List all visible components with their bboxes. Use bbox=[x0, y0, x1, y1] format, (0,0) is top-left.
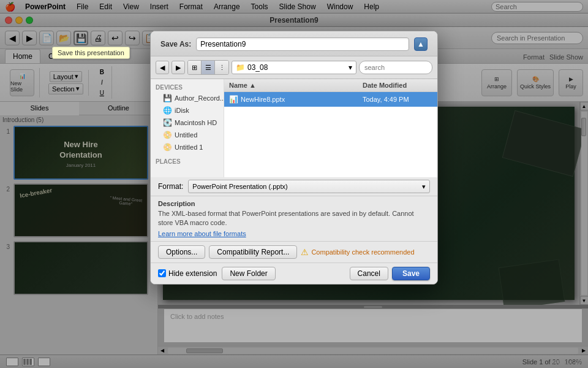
dialog-sidebar: DEVICES 💾 Author_Record... 🌐 iDisk 💽 Mac… bbox=[151, 79, 224, 177]
desc-text: The XML-based format that PowerPoint pre… bbox=[158, 209, 430, 228]
view-icon-btn[interactable]: ⊞ bbox=[188, 61, 202, 74]
sidebar-machd[interactable]: 💽 Macintosh HD bbox=[151, 117, 224, 129]
cancel-button[interactable]: Cancel bbox=[350, 267, 388, 280]
folder-text: 03_08 bbox=[247, 63, 268, 72]
untitled1-icon: 📀 bbox=[163, 143, 172, 151]
compat-warning: ⚠ Compatibility check recommended bbox=[301, 247, 414, 257]
col-date[interactable]: Date Modified bbox=[358, 80, 437, 90]
author-icon: 💾 bbox=[163, 94, 172, 102]
expand-button[interactable]: ▲ bbox=[414, 37, 428, 51]
saveas-label: Save As: bbox=[160, 40, 191, 48]
file-name: NewHire8.pptx bbox=[241, 96, 285, 103]
compat-text: Compatibility check recommended bbox=[311, 248, 414, 256]
sidebar-untitled1[interactable]: 📀 Untitled 1 bbox=[151, 141, 224, 153]
file-name-cell: 📊 NewHire8.pptx bbox=[224, 94, 358, 105]
file-pptx-icon: 📊 bbox=[229, 95, 238, 104]
folder-name: 📁 03_08 bbox=[236, 63, 268, 72]
devices-label: DEVICES bbox=[151, 82, 224, 92]
dialog-search[interactable] bbox=[359, 61, 432, 74]
new-folder-button[interactable]: New Folder bbox=[222, 267, 275, 280]
view-column-btn[interactable]: ⋮ bbox=[215, 61, 228, 74]
format-arrow: ▾ bbox=[422, 183, 426, 191]
hide-ext-checkbox[interactable] bbox=[158, 269, 166, 277]
view-list-btn[interactable]: ☰ bbox=[202, 61, 215, 74]
folder-icon: 📁 bbox=[236, 63, 245, 72]
dialog-body: DEVICES 💾 Author_Record... 🌐 iDisk 💽 Mac… bbox=[151, 79, 437, 177]
dialog-footer: Hide extension New Folder Cancel Save bbox=[151, 263, 437, 284]
dialog-description: Description The XML-based format that Po… bbox=[151, 196, 437, 241]
file-date-cell: Today, 4:49 PM bbox=[358, 94, 437, 104]
col-name[interactable]: Name ▲ bbox=[224, 80, 358, 90]
folder-selector[interactable]: 📁 03_08 ▾ bbox=[232, 61, 356, 74]
untitled1-label: Untitled 1 bbox=[175, 144, 203, 151]
dialog-main-actions: Cancel Save bbox=[350, 267, 430, 280]
sort-icon: ▲ bbox=[249, 82, 256, 89]
save-dialog-button[interactable]: Save bbox=[392, 267, 430, 280]
format-dropdown[interactable]: PowerPoint Presentation (.pptx) ▾ bbox=[188, 180, 430, 193]
hide-ext-text: Hide extension bbox=[168, 269, 217, 278]
learn-more-link[interactable]: Learn more about file formats bbox=[158, 230, 430, 237]
untitled-icon: 📀 bbox=[163, 131, 172, 139]
nav-forward[interactable]: ▶ bbox=[172, 61, 185, 74]
desc-title: Description bbox=[158, 200, 430, 207]
save-tooltip: Save this presentation bbox=[52, 47, 130, 59]
file-list: Name ▲ Date Modified 📊 NewHire8.pptx Tod… bbox=[224, 79, 437, 177]
format-row: Format: PowerPoint Presentation (.pptx) … bbox=[151, 177, 437, 196]
machd-icon: 💽 bbox=[163, 118, 172, 127]
dialog-header: Save As: Presentation9 ▲ bbox=[151, 31, 437, 56]
sidebar-idisk[interactable]: 🌐 iDisk bbox=[151, 104, 224, 117]
folder-dropdown-icon: ▾ bbox=[349, 63, 352, 72]
file-row-1[interactable]: 📊 NewHire8.pptx Today, 4:49 PM bbox=[224, 92, 437, 107]
warning-icon: ⚠ bbox=[301, 247, 309, 257]
idisk-label: iDisk bbox=[175, 107, 189, 114]
dialog-actions-row: Options... Compatibility Report... ⚠ Com… bbox=[151, 241, 437, 263]
saveas-row: Save As: Presentation9 ▲ bbox=[160, 37, 428, 51]
idisk-icon: 🌐 bbox=[163, 106, 172, 115]
dialog-nav: ◀ ▶ ⊞ ☰ ⋮ 📁 03_08 ▾ bbox=[151, 56, 437, 79]
machd-label: Macintosh HD bbox=[175, 119, 217, 126]
compatibility-button[interactable]: Compatibility Report... bbox=[209, 245, 297, 259]
nav-back[interactable]: ◀ bbox=[156, 61, 169, 74]
save-dialog: Save As: Presentation9 ▲ ◀ ▶ ⊞ ☰ ⋮ 📁 03_… bbox=[150, 31, 438, 285]
format-label: Format: bbox=[158, 182, 183, 191]
sidebar-author[interactable]: 💾 Author_Record... bbox=[151, 92, 224, 104]
options-button[interactable]: Options... bbox=[158, 245, 205, 259]
sidebar-untitled[interactable]: 📀 Untitled bbox=[151, 129, 224, 141]
file-list-header: Name ▲ Date Modified bbox=[224, 79, 437, 92]
filename-input[interactable]: Presentation9 bbox=[196, 37, 409, 51]
view-buttons: ⊞ ☰ ⋮ bbox=[187, 60, 229, 75]
name-col-label: Name bbox=[229, 82, 247, 89]
untitled-label: Untitled bbox=[175, 131, 197, 139]
hide-ext-label[interactable]: Hide extension bbox=[158, 269, 217, 278]
author-label: Author_Record... bbox=[175, 94, 225, 102]
format-value: PowerPoint Presentation (.pptx) bbox=[192, 183, 287, 190]
places-label: PLACES bbox=[151, 156, 224, 166]
